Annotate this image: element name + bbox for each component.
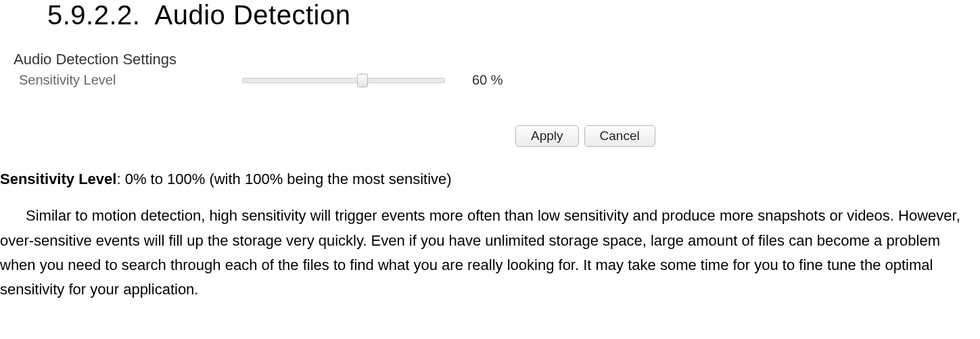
- sensitivity-level-definition: Sensitivity Level: 0% to 100% (with 100%…: [0, 167, 977, 191]
- sensitivity-value: 60 %: [472, 72, 503, 88]
- apply-button[interactable]: Apply: [515, 125, 579, 147]
- sensitivity-row: Sensitivity Level 60 %: [14, 72, 676, 88]
- section-title: Audio Detection: [154, 0, 350, 30]
- definition-text: : 0% to 100% (with 100% being the most s…: [116, 171, 451, 187]
- slider-thumb[interactable]: [357, 74, 368, 87]
- button-row: Apply Cancel: [515, 125, 676, 147]
- audio-detection-settings-panel: Audio Detection Settings Sensitivity Lev…: [14, 51, 676, 147]
- section-heading: 5.9.2.2. Audio Detection: [47, 0, 980, 30]
- explanation-paragraph: Similar to motion detection, high sensit…: [0, 204, 977, 302]
- slider-track: [242, 78, 445, 83]
- section-number: 5.9.2.2.: [47, 0, 140, 30]
- definition-term: Sensitivity Level: [0, 171, 116, 187]
- sensitivity-slider[interactable]: [242, 74, 445, 87]
- sensitivity-label: Sensitivity Level: [14, 72, 242, 88]
- cancel-button[interactable]: Cancel: [584, 125, 655, 147]
- panel-title: Audio Detection Settings: [14, 51, 676, 68]
